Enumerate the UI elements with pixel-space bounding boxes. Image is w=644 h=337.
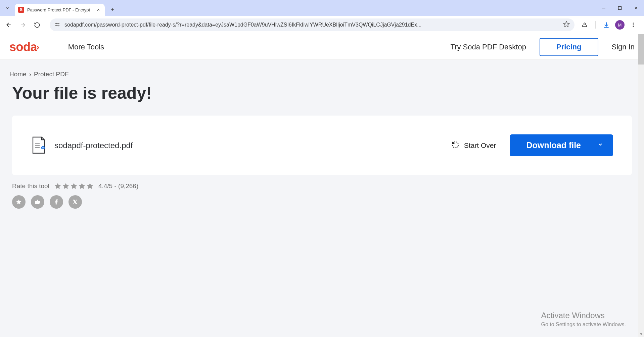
svg-marker-24: [55, 183, 61, 189]
page-content: Home › Protect PDF Your file is ready! s…: [0, 60, 644, 214]
svg-point-18: [633, 25, 634, 26]
rating-label: Rate this tool: [12, 182, 49, 190]
pricing-button[interactable]: Pricing: [540, 38, 598, 56]
windows-activation-watermark: Activate Windows Go to Settings to activ…: [541, 311, 626, 328]
new-tab-button[interactable]: [107, 4, 118, 15]
svg-point-19: [633, 26, 634, 27]
breadcrumb-separator-icon: ›: [29, 71, 31, 78]
svg-marker-27: [79, 183, 85, 189]
svg-point-10: [56, 23, 57, 24]
browser-toolbar: sodapdf.com/password-protect-pdf/file-re…: [0, 16, 644, 34]
tab-title: Password Protect PDF - Encrypt: [27, 7, 92, 12]
star-icon[interactable]: [62, 182, 70, 190]
svg-rect-5: [618, 6, 622, 9]
star-icon[interactable]: [70, 182, 78, 190]
file-ready-card: sodapdf-protected.pdf Start Over Downloa…: [12, 116, 632, 175]
svg-marker-26: [71, 183, 77, 189]
page-title: Your file is ready!: [0, 78, 644, 103]
scrollbar-down-icon[interactable]: ▼: [638, 331, 644, 337]
browser-titlebar: S Password Protect PDF - Encrypt: [0, 0, 644, 16]
star-icon[interactable]: [78, 182, 86, 190]
page-scrollbar[interactable]: ▲ ▼: [638, 34, 644, 337]
file-name: sodapdf-protected.pdf: [54, 141, 133, 150]
watermark-line1: Activate Windows: [541, 311, 626, 320]
scrollbar-thumb[interactable]: [638, 34, 644, 65]
profile-avatar[interactable]: M: [615, 20, 625, 30]
svg-point-23: [42, 147, 44, 149]
browser-tab-active[interactable]: S Password Protect PDF - Encrypt: [15, 4, 105, 16]
site-info-icon[interactable]: [54, 22, 60, 29]
restart-icon: [451, 141, 459, 150]
svg-marker-25: [63, 183, 69, 189]
breadcrumb: Home › Protect PDF: [0, 60, 644, 78]
breadcrumb-home[interactable]: Home: [9, 71, 27, 78]
nav-back-button[interactable]: [3, 19, 15, 31]
share-row: [0, 190, 644, 214]
sign-in-link[interactable]: Sign In: [612, 43, 635, 51]
window-close-button[interactable]: [628, 0, 644, 16]
tab-search-dropdown[interactable]: [0, 0, 15, 16]
svg-marker-29: [16, 200, 21, 204]
chrome-menu-icon[interactable]: [627, 19, 639, 31]
star-icon[interactable]: [86, 182, 94, 190]
share-favorite-button[interactable]: [12, 195, 26, 209]
address-bar-url: sodapdf.com/password-protect-pdf/file-re…: [64, 22, 559, 28]
more-tools-menu[interactable]: More Tools: [68, 43, 104, 51]
share-facebook-button[interactable]: [50, 195, 63, 209]
toolbar-right-icons: M: [577, 19, 641, 31]
breadcrumb-current: Protect PDF: [34, 71, 68, 78]
watermark-line2: Go to Settings to activate Windows.: [541, 322, 626, 328]
window-minimize-button[interactable]: [596, 0, 612, 16]
bookmark-star-icon[interactable]: [563, 21, 570, 29]
svg-point-17: [633, 23, 634, 24]
svg-marker-28: [87, 183, 93, 189]
chevron-down-icon[interactable]: [598, 142, 603, 149]
start-over-label: Start Over: [464, 141, 496, 150]
share-like-button[interactable]: [31, 195, 44, 209]
protected-file-icon: [31, 136, 46, 155]
toolbar-divider: [595, 21, 596, 29]
svg-point-12: [58, 25, 59, 26]
rating-stars[interactable]: [54, 182, 94, 190]
downloads-icon[interactable]: [600, 19, 612, 31]
window-maximize-button[interactable]: [612, 0, 628, 16]
logo-arrow-icon: ›: [36, 42, 39, 52]
logo[interactable]: soda›: [9, 40, 39, 54]
address-bar[interactable]: sodapdf.com/password-protect-pdf/file-re…: [50, 18, 574, 31]
tab-favicon: S: [18, 7, 24, 13]
svg-marker-14: [564, 22, 569, 27]
nav-forward-button[interactable]: [17, 19, 29, 31]
nav-reload-button[interactable]: [31, 19, 43, 31]
avatar-initial: M: [618, 23, 622, 28]
window-controls: [596, 0, 644, 16]
download-file-button[interactable]: Download file: [510, 134, 613, 156]
rating-row: Rate this tool 4.4/5 - (9,266): [0, 175, 644, 190]
try-desktop-link[interactable]: Try Soda PDF Desktop: [451, 43, 526, 51]
extensions-icon[interactable]: [579, 19, 591, 31]
rating-score: 4.4/5 - (9,266): [98, 182, 138, 190]
logo-text: soda: [9, 40, 37, 54]
share-x-button[interactable]: [68, 195, 82, 209]
site-header: soda› More Tools Try Soda PDF Desktop Pr…: [0, 34, 644, 60]
star-icon[interactable]: [54, 182, 61, 190]
start-over-button[interactable]: Start Over: [451, 141, 496, 150]
download-button-label: Download file: [526, 140, 581, 150]
tab-close-icon[interactable]: [95, 7, 101, 13]
